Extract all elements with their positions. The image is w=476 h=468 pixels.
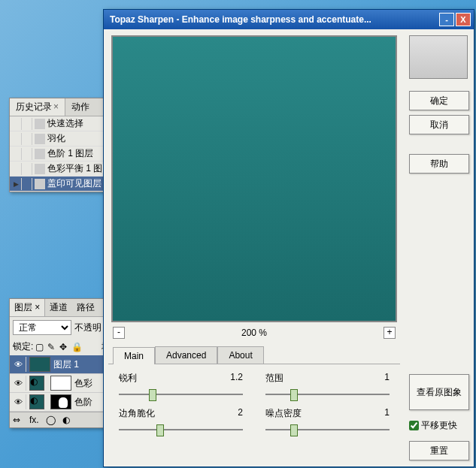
tab-layers-label: 图层 xyxy=(14,302,32,313)
preview-swatch xyxy=(409,35,468,79)
history-item-label: 色彩平衡 1 图 xyxy=(47,162,102,175)
slider-track[interactable] xyxy=(265,423,390,436)
help-button[interactable]: 帮助 xyxy=(409,154,469,174)
smooth-faster-checkbox[interactable] xyxy=(409,421,419,430)
history-item-label: 色阶 1 图层 xyxy=(47,147,93,160)
slider-track[interactable] xyxy=(119,423,243,436)
history-item[interactable]: 色阶 1 图层 xyxy=(10,146,114,162)
lock-label: 锁定: xyxy=(13,340,33,353)
slider-track[interactable] xyxy=(265,388,390,401)
link-icon[interactable]: ⇔ xyxy=(13,415,25,425)
slider-thumb[interactable] xyxy=(290,389,298,401)
history-item[interactable]: 快速选择 xyxy=(10,116,114,131)
stamp-icon xyxy=(35,179,45,189)
layers-panel: 图层 × 通道 路径 正常 不透明 锁定: ▢ ✎ ✥ 🔒 填 图层 1 ◐色彩… xyxy=(9,298,114,428)
lock-icons: ▢ ✎ ✥ 🔒 xyxy=(35,342,82,352)
tab-main[interactable]: Main xyxy=(113,347,155,364)
layer-thumb xyxy=(50,394,71,409)
history-item[interactable]: 羽化 xyxy=(10,131,114,146)
eye-icon[interactable] xyxy=(11,394,26,409)
fx-icon[interactable]: fx. xyxy=(29,415,41,425)
title-text: Topaz Sharpen - Enhance image sharpness … xyxy=(107,14,438,25)
slider-thumb[interactable] xyxy=(149,389,156,401)
slider-thumb[interactable] xyxy=(156,424,164,436)
tab-about[interactable]: About xyxy=(217,346,263,364)
slider-value: 1.2 xyxy=(230,372,243,385)
lock-transparent-icon[interactable]: ▢ xyxy=(35,342,46,352)
slider-label: 边角脆化 xyxy=(119,407,155,420)
layers-footer: ⇔ fx. ◯ ◐ xyxy=(10,412,114,427)
history-item-label: 盖印可见图层 xyxy=(47,177,102,190)
tab-paths[interactable]: 路径 xyxy=(72,299,99,316)
mask-icon[interactable]: ◯ xyxy=(46,415,58,425)
slider-value: 2 xyxy=(238,407,243,420)
history-item[interactable]: 盖印可见图层 xyxy=(10,177,114,192)
layer-label: 色彩 xyxy=(74,377,92,390)
slider-value: 1 xyxy=(384,407,390,420)
slider-thumb[interactable] xyxy=(290,424,298,436)
layer-item[interactable]: 图层 1 xyxy=(10,355,114,374)
select-icon xyxy=(35,119,45,129)
slider-label: 噪点密度 xyxy=(265,407,302,420)
tab-actions[interactable]: 动作 xyxy=(65,98,96,116)
tab-channels[interactable]: 通道 xyxy=(45,299,72,316)
layer-item[interactable]: ◐色阶 xyxy=(10,393,114,412)
layer-label: 图层 1 xyxy=(53,358,79,371)
ok-button[interactable]: 确定 xyxy=(409,91,469,110)
zoom-value: 200 % xyxy=(241,328,267,338)
blend-mode-select[interactable]: 正常 xyxy=(13,320,71,335)
preview-image[interactable] xyxy=(111,35,397,322)
color-balance-icon xyxy=(35,164,45,174)
layer-thumb xyxy=(29,357,50,372)
slider-sharp: 锐利1.2 xyxy=(119,372,243,401)
history-panel: 历史记录× 动作 快速选择 羽化 色阶 1 图层 色彩平衡 1 图 盖印可见图层 xyxy=(9,98,114,192)
slider-range: 范围1 xyxy=(265,372,390,401)
opacity-label: 不透明 xyxy=(74,322,102,334)
sharpen-dialog: Topaz Sharpen - Enhance image sharpness … xyxy=(103,9,474,467)
adj-icon: ◐ xyxy=(29,394,44,409)
adjust-icon[interactable]: ◐ xyxy=(62,415,74,425)
lock-move-icon[interactable]: ✥ xyxy=(59,342,70,352)
history-item-label: 羽化 xyxy=(47,132,65,145)
slider-value: 1 xyxy=(384,372,390,385)
slider-edge: 边角脆化2 xyxy=(119,407,243,436)
layer-item[interactable]: ◐色彩 xyxy=(10,374,114,393)
close-icon[interactable]: × xyxy=(53,101,59,112)
cancel-button[interactable]: 取消 xyxy=(409,115,469,134)
layer-label: 色阶 xyxy=(74,396,92,409)
lock-paint-icon[interactable]: ✎ xyxy=(47,342,58,352)
tab-history-label: 历史记录 xyxy=(16,101,52,112)
slider-noise: 噪点密度1 xyxy=(265,407,390,436)
slider-label: 范围 xyxy=(265,372,283,385)
layers-tabs: 图层 × 通道 路径 xyxy=(10,299,114,317)
feather-icon xyxy=(35,134,45,144)
slider-track[interactable] xyxy=(119,388,243,401)
tab-history[interactable]: 历史记录× xyxy=(10,98,65,116)
lock-all-icon[interactable]: 🔒 xyxy=(71,342,82,352)
param-tabs: Main Advanced About xyxy=(108,340,400,364)
layer-thumb xyxy=(50,376,71,391)
slider-label: 锐利 xyxy=(119,372,137,385)
zoom-in-button[interactable]: + xyxy=(384,327,396,339)
adj-icon: ◐ xyxy=(29,376,44,391)
history-item-label: 快速选择 xyxy=(47,117,83,130)
eye-icon[interactable] xyxy=(11,376,26,391)
smooth-faster-check[interactable]: 平移更快 xyxy=(409,419,469,432)
tab-advanced[interactable]: Advanced xyxy=(155,346,217,364)
reset-button[interactable]: 重置 xyxy=(409,441,469,460)
tab-layers[interactable]: 图层 × xyxy=(10,299,45,316)
close-button[interactable]: X xyxy=(456,13,471,26)
titlebar[interactable]: Topaz Sharpen - Enhance image sharpness … xyxy=(104,10,474,29)
history-item[interactable]: 色彩平衡 1 图 xyxy=(10,162,114,177)
close-icon[interactable]: × xyxy=(32,302,40,313)
history-tabs: 历史记录× 动作 xyxy=(10,98,114,116)
minimize-button[interactable]: - xyxy=(439,13,454,26)
zoom-out-button[interactable]: - xyxy=(113,327,125,339)
checkbox-label: 平移更快 xyxy=(421,419,457,432)
play-icon xyxy=(11,178,22,190)
eye-icon[interactable] xyxy=(11,357,26,372)
levels-icon xyxy=(35,149,45,159)
view-original-button[interactable]: 查看原图象 xyxy=(409,374,469,410)
